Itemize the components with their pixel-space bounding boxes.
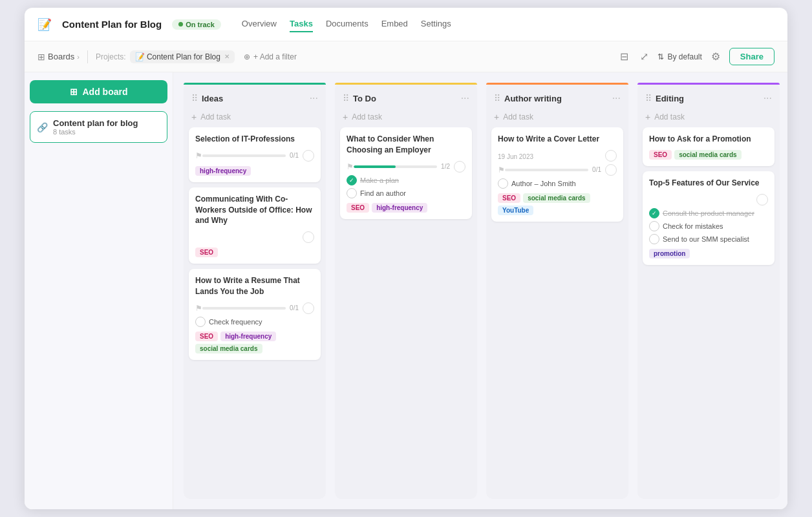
card-tags: SEOhigh-frequencysocial media cards: [195, 332, 314, 353]
nav-documents[interactable]: Documents: [326, 16, 369, 32]
subtask-check-icon[interactable]: [498, 178, 508, 189]
add-task-row[interactable]: +Add task: [184, 109, 326, 127]
flag-icon: ⚑: [347, 162, 354, 171]
card-assign-btn[interactable]: [303, 302, 314, 314]
subtask-row: Send to our SMM specialist: [649, 234, 768, 244]
card[interactable]: Selection of IT-Professions ⚑ 0/1 high-f…: [189, 127, 321, 182]
col-drag-icon: ⠿: [645, 93, 652, 103]
card-progress-row: ⚑ 1/2: [347, 161, 465, 173]
column-cards: How to Write a Cover Letter 19 Jun 2023 …: [486, 127, 628, 227]
add-filter-button[interactable]: ⊕ + Add a filter: [239, 50, 302, 63]
card-progress-row: ⚑ 0/1: [498, 164, 617, 176]
col-title: To Do: [353, 94, 376, 103]
settings-icon-button[interactable]: ⚙: [709, 48, 723, 65]
card-title: How to Ask for a Promotion: [649, 134, 768, 145]
card-tag[interactable]: social media cards: [674, 150, 742, 160]
card-tag[interactable]: high-frequency: [372, 203, 427, 213]
add-task-row[interactable]: +Add task: [637, 109, 780, 127]
card-circle-row: [649, 194, 768, 206]
flag-icon: ⚑: [195, 304, 202, 313]
project-tag-text: 📝 Content Plan for Blog: [135, 52, 220, 61]
nav-links: Overview Tasks Documents Embed Settings: [242, 16, 451, 32]
tag-close-icon[interactable]: ✕: [224, 53, 230, 60]
column-header-left: ⠿ Author writing: [494, 93, 562, 103]
card-tag[interactable]: SEO: [195, 332, 218, 341]
column-header: ⠿ Editing ···: [637, 85, 780, 109]
card[interactable]: How to Write a Cover Letter 19 Jun 2023 …: [491, 127, 623, 222]
col-title: Author writing: [504, 94, 562, 103]
add-board-button[interactable]: ⊞ Add board: [30, 80, 167, 103]
subtask-check-icon[interactable]: ✓: [649, 208, 659, 218]
col-menu-icon[interactable]: ···: [764, 92, 772, 104]
col-menu-icon[interactable]: ···: [461, 92, 469, 104]
add-board-icon: ⊞: [70, 87, 78, 97]
column-header: ⠿ Author writing ···: [486, 85, 628, 109]
card[interactable]: How to Ask for a PromotionSEOsocial medi…: [643, 127, 775, 166]
card-tag[interactable]: promotion: [649, 249, 690, 258]
card[interactable]: What to Consider When Choosing an Employ…: [340, 127, 472, 219]
column-cards: Selection of IT-Professions ⚑ 0/1 high-f…: [184, 127, 326, 365]
card-progress-text: 0/1: [290, 304, 299, 311]
sort-button[interactable]: ⇅ By default: [657, 52, 701, 61]
card-tag[interactable]: SEO: [498, 193, 520, 203]
card-progress-fill: [354, 165, 396, 168]
board-list-item[interactable]: 🔗 Content plan for blog 8 tasks: [30, 111, 167, 143]
kanban-column-editing: ⠿ Editing ··· +Add taskHow to Ask for a …: [637, 83, 780, 499]
column-cards: What to Consider When Choosing an Employ…: [335, 127, 477, 224]
boards-button[interactable]: ⊞ Boards ›: [37, 52, 80, 62]
card-tag[interactable]: SEO: [649, 150, 672, 160]
add-board-label: Add board: [83, 87, 128, 97]
card-title: How to Write a Cover Letter: [498, 134, 617, 145]
filter-plus-icon: ⊕: [244, 52, 250, 61]
add-filter-label: + Add a filter: [253, 52, 297, 61]
sidebar: ⊞ Add board 🔗 Content plan for blog 8 ta…: [25, 72, 173, 509]
share-button[interactable]: Share: [729, 48, 775, 65]
add-task-label: Add task: [352, 112, 382, 121]
card-assign-btn[interactable]: [454, 161, 465, 173]
card-assign-btn[interactable]: [303, 150, 314, 162]
card-circle-btn[interactable]: [605, 150, 617, 162]
subtask-check-icon[interactable]: ✓: [347, 175, 357, 185]
card-tag[interactable]: social media cards: [195, 344, 262, 353]
nav-tasks[interactable]: Tasks: [290, 16, 313, 32]
card-circle-btn2[interactable]: [303, 231, 314, 243]
subtask-check-icon[interactable]: [649, 221, 659, 231]
kanban-area: ⠿ Ideas ··· +Add taskSelection of IT-Pro…: [173, 72, 787, 509]
subtask-check-icon[interactable]: [195, 317, 206, 327]
save-view-button[interactable]: ⊟: [617, 48, 631, 65]
boards-label: Boards: [48, 52, 74, 61]
expand-button[interactable]: ⤢: [637, 48, 651, 65]
add-task-row[interactable]: +Add task: [335, 109, 477, 127]
subtask-check-icon[interactable]: [649, 234, 659, 244]
card[interactable]: How to Write a Resume That Lands You the…: [189, 269, 321, 360]
column-cards: How to Ask for a PromotionSEOsocial medi…: [637, 127, 780, 270]
card-tag[interactable]: social media cards: [523, 193, 590, 203]
card-tag[interactable]: SEO: [195, 248, 218, 257]
card-circle-btn2[interactable]: [756, 194, 768, 206]
card-tags: SEOhigh-frequency: [347, 203, 465, 213]
card-assign-btn[interactable]: [605, 164, 617, 176]
card-tag[interactable]: SEO: [347, 203, 369, 213]
top-nav: 📝 Content Plan for Blog On track Overvie…: [25, 8, 787, 41]
card[interactable]: Communicating With Co-Workers Outside of…: [189, 187, 321, 264]
nav-settings[interactable]: Settings: [421, 16, 451, 32]
card-tags: high-frequency: [195, 166, 314, 176]
card-tag[interactable]: high-frequency: [195, 166, 251, 176]
kanban-column-ideas: ⠿ Ideas ··· +Add taskSelection of IT-Pro…: [184, 83, 326, 499]
card-circle-row: [195, 231, 314, 243]
subtask-row: Find an author: [347, 188, 465, 198]
card-tag[interactable]: high-frequency: [220, 332, 276, 341]
card[interactable]: Top-5 Features of Our Service ✓ Consult …: [643, 171, 775, 265]
card-tag[interactable]: YouTube: [498, 206, 533, 215]
nav-embed[interactable]: Embed: [381, 16, 408, 32]
project-tag[interactable]: 📝 Content Plan for Blog ✕: [130, 50, 235, 63]
card-progress-row: ⚑ 0/1: [195, 150, 314, 162]
board-item-info: Content plan for blog 8 tasks: [53, 118, 160, 136]
sort-icon: ⇅: [657, 52, 664, 61]
col-menu-icon[interactable]: ···: [310, 92, 318, 104]
card-date: 19 Jun 2023: [498, 153, 533, 160]
col-menu-icon[interactable]: ···: [612, 92, 621, 104]
add-task-row[interactable]: +Add task: [486, 109, 628, 127]
nav-overview[interactable]: Overview: [242, 16, 277, 32]
subtask-check-icon[interactable]: [347, 188, 357, 198]
